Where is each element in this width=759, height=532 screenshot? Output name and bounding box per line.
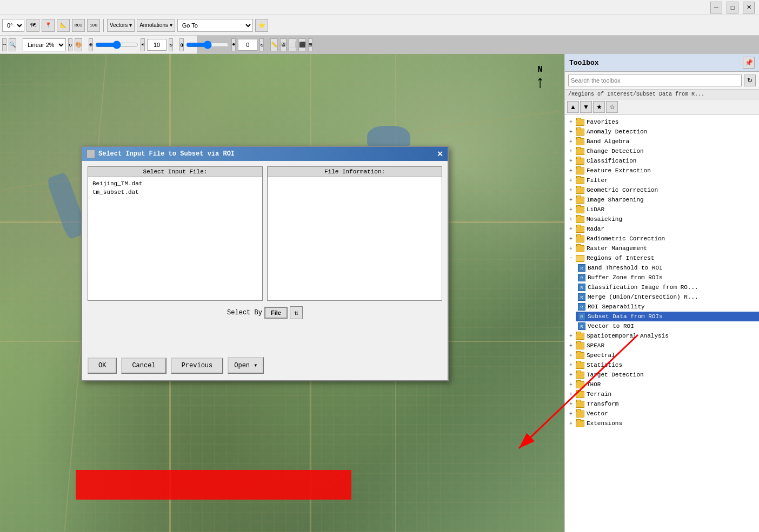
contrast-value[interactable] xyxy=(238,39,257,51)
tree-item-extensions[interactable]: + Extensions xyxy=(565,419,759,428)
view1-icon[interactable]: ⬜ xyxy=(289,38,296,51)
tree-item-radar[interactable]: + Radar xyxy=(565,224,759,234)
file-item-subset[interactable]: tm_subset.dat xyxy=(90,188,260,197)
select-by-row: Select By File ⇅ xyxy=(88,306,442,319)
expand-transform: + xyxy=(567,400,575,408)
tree-item-change-detection[interactable]: + Change Detection xyxy=(565,146,759,156)
tree-item-mosaicking[interactable]: + Mosaicking xyxy=(565,214,759,224)
brightness-value[interactable] xyxy=(147,39,167,51)
tree-item-filter[interactable]: + Filter xyxy=(565,176,759,185)
annotations-button[interactable]: Annotations ▾ xyxy=(137,19,175,32)
label-vector-to-roi: Vector to ROI xyxy=(588,323,634,329)
tree-item-feature-extraction[interactable]: + Feature Extraction xyxy=(565,166,759,176)
tree-item-spectral[interactable]: + Spectral xyxy=(565,351,759,360)
tree-item-geometric-correction[interactable]: + Geometric Correction xyxy=(565,185,759,195)
nav-star-filled-button[interactable]: ★ xyxy=(593,101,605,113)
tree-item-band-threshold[interactable]: R Band Threshold to ROI xyxy=(576,263,759,273)
icon4[interactable]: ROI xyxy=(72,19,85,32)
contrast-icon[interactable]: ◑ xyxy=(179,38,184,51)
tree-item-transform[interactable]: + Transform xyxy=(565,399,759,409)
toolbox-refresh-button[interactable]: ↻ xyxy=(744,75,756,86)
close-button[interactable]: ✕ xyxy=(743,2,755,14)
icon1[interactable]: 🗺 xyxy=(26,19,39,32)
tool-icon-buffer-zone: R xyxy=(578,274,585,281)
label-spectral: Spectral xyxy=(587,352,615,359)
refresh3-icon[interactable]: ↻ xyxy=(259,38,264,51)
tree-item-classification-image[interactable]: R Classification Image from RO... xyxy=(576,282,759,292)
toolbox-search-input[interactable] xyxy=(568,75,742,86)
nav-star-empty-button[interactable]: ☆ xyxy=(606,101,618,113)
contrast-dark-icon[interactable]: ● xyxy=(231,38,236,51)
dialog-close-button[interactable]: ✕ xyxy=(437,150,443,158)
open-button[interactable]: Open ▾ xyxy=(228,357,264,374)
icon5[interactable]: 108 xyxy=(87,19,100,32)
folder-change-detection xyxy=(576,148,584,155)
expand-extensions: + xyxy=(567,420,575,427)
tree-item-spear[interactable]: + SPEAR xyxy=(565,341,759,351)
tree-item-band-algebra[interactable]: + Band Algebra xyxy=(565,137,759,146)
tree-item-terrain[interactable]: + Terrain xyxy=(565,389,759,399)
window-controls[interactable]: ─ □ ✕ xyxy=(710,2,755,14)
ok-button[interactable]: OK xyxy=(88,358,117,374)
tree-item-favorites[interactable]: + Favorites xyxy=(565,117,759,127)
tree-item-statistics[interactable]: + Statistics xyxy=(565,360,759,370)
folder-classification xyxy=(576,158,584,165)
nav-down-button[interactable]: ▼ xyxy=(580,101,592,113)
view2-icon[interactable]: ⬛ xyxy=(298,38,306,51)
sort-icon[interactable]: ⇅ xyxy=(290,306,303,319)
tree-item-raster-management[interactable]: + Raster Management xyxy=(565,244,759,253)
tree-item-buffer-zone[interactable]: R Buffer Zone from ROIs xyxy=(576,273,759,282)
file-item-beijing[interactable]: Beijing_TM.dat xyxy=(90,179,260,188)
minimize-button[interactable]: ─ xyxy=(710,2,722,14)
link-icon[interactable]: ⊕ xyxy=(89,38,93,51)
toolbox-pin-button[interactable]: 📌 xyxy=(743,57,755,69)
tree-item-anomaly[interactable]: + Anomaly Detection xyxy=(565,127,759,137)
angle-select[interactable]: 0° xyxy=(2,19,24,32)
cancel-button[interactable]: Cancel xyxy=(121,358,166,374)
folder-anomaly xyxy=(576,129,584,136)
toolbox-nav: ▲ ▼ ★ ☆ xyxy=(565,99,759,115)
expand-target-detection: + xyxy=(567,371,575,379)
vectors-button[interactable]: Vectors ▾ xyxy=(107,19,135,32)
tree-item-regions-of-interest[interactable]: − Regions of Interest xyxy=(565,253,759,263)
tree-item-roi-separability[interactable]: R ROI Separability xyxy=(576,302,759,312)
tree-item-target-detection[interactable]: + Target Detection xyxy=(565,370,759,380)
tree-item-radiometric-correction[interactable]: + Radiometric Correction xyxy=(565,234,759,244)
icon2[interactable]: 📍 xyxy=(42,19,55,32)
nav-up-button[interactable]: ▲ xyxy=(567,101,579,113)
tree-item-lidar[interactable]: + LiDAR xyxy=(565,205,759,214)
dialog-body: Select Input File: Beijing_TM.dat tm_sub… xyxy=(82,161,448,380)
bookmark-icon[interactable]: ⭐ xyxy=(255,19,268,32)
tree-item-vector-to-roi[interactable]: R Vector to ROI xyxy=(576,321,759,331)
icon3[interactable]: 📐 xyxy=(57,19,70,32)
pan-icon[interactable]: ↔ xyxy=(2,38,6,51)
brightness-slider[interactable] xyxy=(95,42,138,48)
stretch-select[interactable]: Linear 2% xyxy=(23,38,66,51)
goto-select[interactable]: Go To xyxy=(177,19,253,32)
refresh2-icon[interactable]: ↻ xyxy=(169,38,173,51)
contrast-slider[interactable] xyxy=(186,42,229,48)
view3-icon[interactable]: ⊞ xyxy=(308,38,312,51)
tree-item-vector[interactable]: + Vector xyxy=(565,409,759,419)
previous-button[interactable]: Previous xyxy=(171,358,224,374)
expand-lidar: + xyxy=(567,206,575,213)
zoom-icon[interactable]: 🔍 xyxy=(9,38,16,51)
tree-item-thor[interactable]: + THOR xyxy=(565,380,759,389)
tree-item-image-sharpening[interactable]: + Image Sharpening xyxy=(565,195,759,205)
label-filter: Filter xyxy=(587,177,608,184)
refresh-icon[interactable]: ↻ xyxy=(68,38,72,51)
file-info-panel: File Information: xyxy=(267,166,442,301)
ruler-icon[interactable]: 📏 xyxy=(270,38,278,51)
screen-icon[interactable]: 🖥 xyxy=(280,38,287,51)
select-by-file-button[interactable]: File xyxy=(264,307,288,319)
file-info-header: File Information: xyxy=(268,167,442,177)
sun-icon[interactable]: ☀ xyxy=(141,38,145,51)
label-roi-separability: ROI Separability xyxy=(588,304,645,310)
folder-favorites xyxy=(576,119,584,126)
tree-item-merge[interactable]: R Merge (Union/Intersection) R... xyxy=(576,292,759,302)
tree-item-subset-data[interactable]: R Subset Data from ROIs xyxy=(576,312,759,321)
tree-item-spatiotemporal[interactable]: + Spatiotemporal Analysis xyxy=(565,331,759,341)
maximize-button[interactable]: □ xyxy=(727,2,738,14)
tree-item-classification[interactable]: + Classification xyxy=(565,156,759,166)
color-icon[interactable]: 🎨 xyxy=(75,38,82,51)
